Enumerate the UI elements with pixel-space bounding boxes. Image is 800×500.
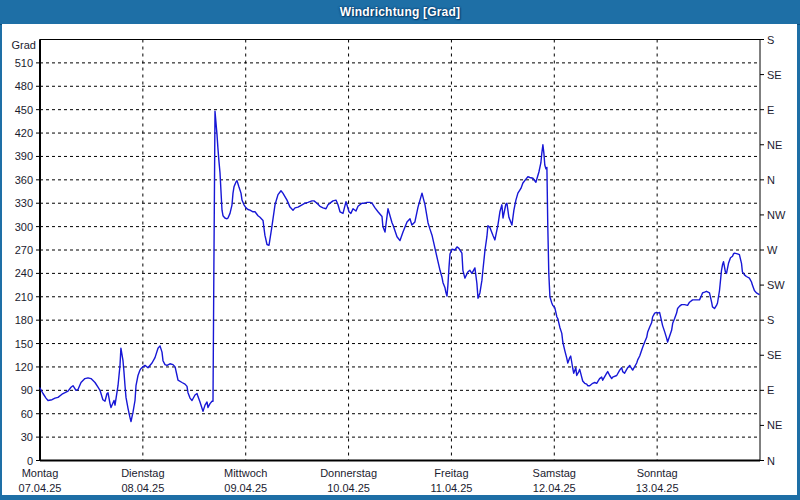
compass-label: SE bbox=[767, 69, 782, 81]
y-left-tick-label: 300 bbox=[15, 221, 33, 233]
y-left-tick-label: 0 bbox=[27, 455, 33, 467]
compass-label: SE bbox=[767, 349, 782, 361]
y-left-tick-label: 390 bbox=[15, 150, 33, 162]
day-date-label: 10.04.25 bbox=[327, 482, 370, 494]
y-left-tick-label: 150 bbox=[15, 338, 33, 350]
y-left-tick-label: 210 bbox=[15, 291, 33, 303]
y-left-tick-label: 60 bbox=[21, 408, 33, 420]
compass-label: SW bbox=[767, 279, 785, 291]
wind-direction-line bbox=[40, 111, 759, 421]
day-name-label: Sonntag bbox=[637, 467, 678, 479]
y-left-tick-label: 330 bbox=[15, 197, 33, 209]
y-left-tick-label: 180 bbox=[15, 314, 33, 326]
compass-label: E bbox=[767, 104, 774, 116]
day-date-label: 13.04.25 bbox=[636, 482, 679, 494]
compass-label: W bbox=[767, 244, 778, 256]
day-date-label: 09.04.25 bbox=[224, 482, 267, 494]
day-name-label: Freitag bbox=[434, 467, 468, 479]
y-left-tick-label: 240 bbox=[15, 267, 33, 279]
compass-label: NE bbox=[767, 139, 782, 151]
compass-label: S bbox=[767, 34, 774, 46]
day-name-label: Donnerstag bbox=[320, 467, 377, 479]
y-left-tick-label: 90 bbox=[21, 384, 33, 396]
y-left-tick-label: 510 bbox=[15, 57, 33, 69]
day-date-label: 11.04.25 bbox=[430, 482, 472, 494]
compass-label: S bbox=[767, 314, 774, 326]
y-left-tick-label: 270 bbox=[15, 244, 33, 256]
y-left-tick-label: 480 bbox=[15, 80, 33, 92]
y-left-tick-label: 120 bbox=[15, 361, 33, 373]
day-name-label: Dienstag bbox=[121, 467, 164, 479]
y-axis-title: Grad bbox=[12, 39, 36, 51]
y-left-tick-label: 420 bbox=[15, 127, 33, 139]
y-left-tick-label: 450 bbox=[15, 104, 33, 116]
wind-direction-window: Windrichtung [Grad] Grad5104804504203903… bbox=[0, 0, 800, 500]
day-name-label: Mittwoch bbox=[224, 467, 267, 479]
y-left-tick-label: 30 bbox=[21, 431, 33, 443]
y-left-tick-label: 360 bbox=[15, 174, 33, 186]
day-date-label: 08.04.25 bbox=[121, 482, 164, 494]
compass-label: N bbox=[767, 174, 775, 186]
day-date-label: 07.04.25 bbox=[19, 482, 62, 494]
compass-label: NE bbox=[767, 419, 782, 431]
day-name-label: Samstag bbox=[533, 467, 576, 479]
day-name-label: Montag bbox=[22, 467, 59, 479]
compass-label: NW bbox=[767, 209, 786, 221]
wind-direction-chart: Grad510480450420390360330300270240210180… bbox=[0, 0, 800, 500]
compass-label: E bbox=[767, 384, 774, 396]
day-date-label: 12.04.25 bbox=[533, 482, 576, 494]
compass-label: N bbox=[767, 455, 775, 467]
